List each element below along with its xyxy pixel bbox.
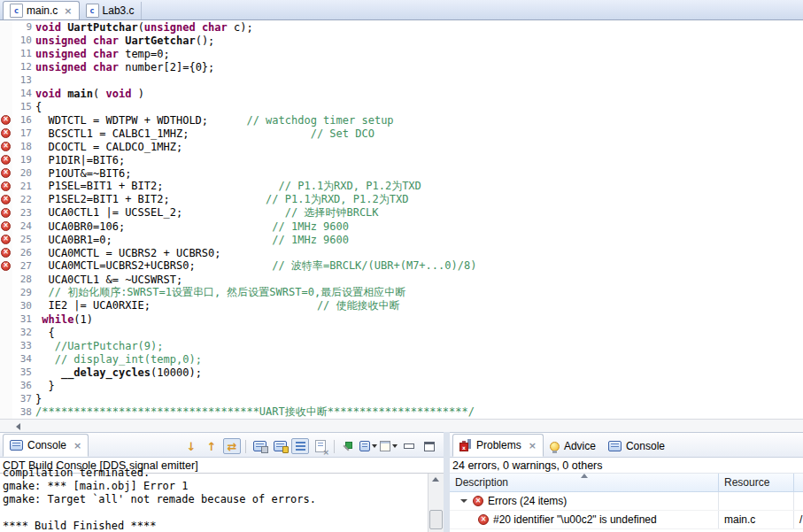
clear-console-icon[interactable] [312,438,329,454]
word-wrap-icon[interactable] [291,438,309,454]
chevron-down-icon[interactable] [392,444,398,448]
code-line[interactable]: 28 UCA0CTL1 &= ~UCSWRST; [0,273,803,286]
error-marker-icon[interactable] [1,235,11,244]
error-marker-icon[interactable] [1,155,11,165]
tab-advice[interactable]: Advice [544,436,602,457]
pin-console-icon[interactable] [339,438,357,454]
code-line[interactable]: 16 WDTCTL = WDTPW + WDTHOLD; // watchdog… [0,113,803,127]
code-line[interactable]: 34 // display_int(temp,0); [0,352,803,366]
code-line[interactable]: 24 UCA0BR0=106; // 1MHz 9600 [0,220,803,233]
scroll-left-icon[interactable] [16,423,20,430]
scroll-to-bottom-icon[interactable]: ↓ [182,438,200,454]
table-row[interactable]: #20 identifier "\u00c2" is undefinedmain… [450,511,803,529]
error-marker-icon[interactable] [1,142,11,151]
minimize-icon[interactable] [400,438,418,454]
scroll-lock-icon-glyph [274,441,287,451]
code-line[interactable]: 25 UCA0BR1=0; // 1MHz 9600 [0,233,803,246]
table-row[interactable]: Errors (24 items) [450,492,803,511]
code-line[interactable]: 27 UCA0MCTL=UCBRS2+UCBRS0; // 波特率=BRCLK/… [0,259,803,273]
error-marker-icon[interactable] [1,195,11,204]
annotation-ruler [0,379,12,392]
close-icon[interactable] [73,440,81,451]
code-line[interactable]: 35 __delay_cycles(10000); [0,366,803,379]
code-editor[interactable]: 9void UartPutchar(unsigned char c);10uns… [0,20,803,419]
error-marker-icon[interactable] [1,221,11,231]
code-line[interactable]: 14void main( void ) [0,87,803,100]
show-console-on-output-icon-glyph: ⇄ [228,441,237,452]
code-line[interactable]: 32 { [0,326,803,339]
code-line[interactable]: 20 P1OUT&=~BIT6; [0,166,803,180]
tab-main-c[interactable]: main.c [3,1,80,19]
code-line[interactable]: 30 IE2 |= UCA0RXIE; // 使能接收中断 [0,299,803,312]
error-marker-slot [0,113,12,127]
code-line[interactable]: 9void UartPutchar(unsigned char c); [0,20,803,34]
code-line[interactable]: 12unsigned char number[2]={0}; [0,60,803,73]
tab-lab3-c[interactable]: Lab3.c [80,2,142,19]
code-text: UCA0BR1=0; // 1MHz 9600 [35,234,349,246]
error-marker-icon[interactable] [1,128,11,138]
code-line[interactable]: 11unsigned char temp=0; [0,47,803,60]
column-description[interactable]: Description [450,474,719,491]
line-number: 25 [12,234,35,245]
error-marker-icon[interactable] [1,115,11,125]
annotation-ruler [0,73,12,87]
error-marker-icon[interactable] [1,248,11,258]
code-line[interactable]: 10unsigned char UartGetchar(); [0,34,803,47]
open-console-icon[interactable] [380,438,398,454]
code-text: while(1) [35,313,93,326]
error-marker-icon[interactable] [1,168,11,178]
close-icon[interactable] [64,5,72,17]
code-line[interactable]: 31 while(1) [0,312,803,326]
show-console-on-output-icon[interactable]: ⇄ [223,438,241,454]
code-text: WDTCTL = WDTPW + WDTHOLD; // watchdog ti… [35,114,394,127]
scroll-to-top-icon[interactable]: ↑ [203,438,220,454]
chevron-down-icon[interactable] [372,444,377,448]
code-line[interactable]: 17 BCSCTL1 = CALBC1_1MHZ; // Set DCO [0,127,803,140]
tab-label: Problems [476,439,521,451]
code-line[interactable]: 15{ [0,100,803,113]
code-line[interactable]: 29 // 初始化顺序:SWRST=1设置串口, 然后设置SWRST=0,最后设… [0,286,803,299]
path-cell: / [794,511,803,528]
toolbar-separator [334,440,335,453]
code-text: UCA0CTL1 &= ~UCSWRST; [35,274,182,286]
error-marker-slot [0,233,12,246]
maximize-icon[interactable] [421,438,438,454]
sort-ascending-icon [581,474,588,478]
code-line[interactable]: 23 UCA0CTL1 |= UCSSEL_2; // 选择时钟BRCLK [0,206,803,220]
tab-console-2[interactable]: Console [602,436,671,457]
scroll-up-icon[interactable] [432,477,439,482]
scroll-lock-icon[interactable] [271,438,289,454]
code-line[interactable]: 26 UCA0MCTL = UCBRS2 + UCBRS0; [0,246,803,259]
code-text: void main( void ) [35,88,144,100]
maximize-icon-glyph [424,442,435,451]
code-text: UCA0MCTL = UCBRS2 + UCBRS0; [35,247,221,259]
scroll-to-bottom-icon-glyph: ↓ [187,441,197,452]
console-output[interactable]: compilation terminated.gmake: *** [main.… [0,466,428,532]
scrollbar-thumb[interactable] [429,510,443,529]
error-marker-icon[interactable] [1,208,11,218]
display-selected-console-icon[interactable] [359,438,377,454]
error-marker-icon[interactable] [1,181,11,191]
code-text: void UartPutchar(unsigned char c); [35,21,253,34]
code-line[interactable]: 37} [0,392,803,405]
code-line[interactable]: 22 P1SEL2=BIT1 + BIT2; // P1.1为RXD, P1.2… [0,193,803,206]
line-number: 9 [12,21,35,33]
column-path-cropped[interactable] [794,474,803,491]
tab-console[interactable]: Console [3,434,89,457]
console-vertical-scrollbar[interactable] [428,474,444,532]
editor-horizontal-scrollbar[interactable] [0,419,803,432]
error-marker-icon[interactable] [1,261,11,271]
column-resource[interactable]: Resource [719,474,794,491]
code-line[interactable]: 36 } [0,379,803,392]
expand-caret-icon[interactable] [460,499,467,503]
code-line[interactable]: 13 [0,73,803,87]
close-icon[interactable] [529,440,537,451]
code-line[interactable]: 19 P1DIR|=BIT6; [0,153,803,166]
tab-problems[interactable]: Problems [452,434,544,457]
save-console-output-icon[interactable] [251,438,268,454]
code-line[interactable]: 38/**********************************UAR… [0,405,803,419]
code-line[interactable]: 33 //UartPutchar(9); [0,339,803,352]
code-line[interactable]: 21 P1SEL=BIT1 + BIT2; // P1.1为RXD, P1.2为… [0,180,803,193]
code-line[interactable]: 18 DCOCTL = CALDCO_1MHZ; [0,140,803,153]
code-text: { [35,101,42,113]
